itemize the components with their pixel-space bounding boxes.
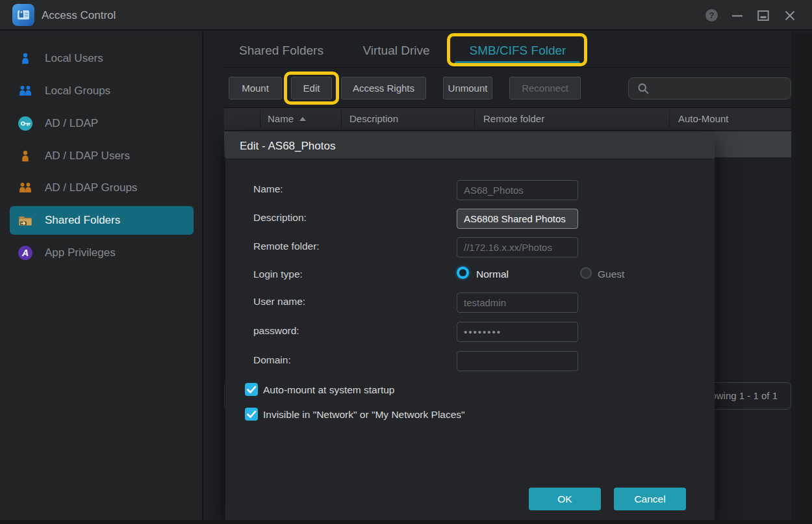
minimize-icon [731, 12, 743, 23]
password-field[interactable]: •••••••• [457, 322, 578, 342]
sidebar-item-app-privileges[interactable]: A App Privileges [10, 239, 194, 267]
column-header-name[interactable]: Name [268, 108, 306, 130]
login-type-label: Login type: [253, 269, 303, 280]
maximize-icon [757, 12, 769, 23]
ldap-user-icon [18, 149, 32, 163]
cancel-button[interactable]: Cancel [614, 488, 686, 510]
remote-folder-field[interactable]: //172.16.x.xx/Photos [457, 237, 578, 257]
access-control-app-icon [12, 4, 34, 26]
name-label: Name: [253, 183, 283, 195]
column-divider [341, 111, 342, 127]
login-type-guest-label: Guest [598, 269, 624, 280]
description-label: Description: [253, 212, 307, 224]
ldap-groups-icon [18, 181, 32, 195]
main-right-gutter [791, 32, 812, 524]
search-icon [637, 83, 650, 98]
checkmark-icon [245, 387, 258, 398]
sidebar-item-shared-folders[interactable]: Shared Folders [10, 206, 194, 235]
key-icon [18, 116, 32, 131]
maximize-button[interactable] [757, 10, 769, 21]
column-header-auto-mount[interactable]: Auto-Mount [678, 108, 729, 130]
close-button[interactable] [784, 10, 796, 21]
sidebar-item-label: Local Groups [45, 85, 110, 98]
auto-mount-checkbox-label: Auto-mount at system startup [263, 384, 394, 396]
help-button[interactable]: ? [705, 9, 718, 21]
name-field[interactable]: AS68_Photos [457, 180, 578, 200]
minimize-button[interactable] [731, 10, 743, 21]
sidebar: Local Users Local Groups AD / LDAP AD / … [0, 32, 203, 524]
reconnect-button: Reconnect [509, 77, 581, 99]
local-groups-icon [18, 84, 32, 98]
shared-folder-icon [18, 213, 32, 228]
sidebar-item-label: App Privileges [45, 246, 116, 259]
password-label: password: [253, 325, 299, 337]
sidebar-item-label: AD / LDAP [45, 117, 98, 130]
sidebar-item-local-users[interactable]: Local Users [10, 44, 194, 73]
unmount-button[interactable]: Unmount [443, 77, 492, 99]
sidebar-item-ad-ldap-users[interactable]: AD / LDAP Users [10, 142, 194, 170]
window-bottom-edge [0, 520, 812, 524]
invisible-network-checkbox[interactable] [245, 408, 258, 421]
column-header-description[interactable]: Description [349, 108, 398, 130]
column-divider [260, 111, 260, 127]
edit-dialog: Edit - AS68_Photos Name: AS68_Photos Des… [225, 133, 715, 524]
sidebar-item-label: AD / LDAP Groups [45, 181, 137, 194]
tab-virtual-drive[interactable]: Virtual Drive [351, 36, 442, 65]
sidebar-item-ad-ldap[interactable]: AD / LDAP [10, 109, 194, 138]
login-type-normal-label: Normal [476, 269, 509, 280]
close-icon [784, 12, 796, 23]
question-icon: ? [709, 10, 715, 20]
access-control-window: Access Control ? Local Users Local Group… [0, 0, 812, 524]
sort-ascending-icon [299, 117, 306, 121]
search-input[interactable] [628, 77, 791, 99]
mount-button[interactable]: Mount [229, 77, 282, 99]
domain-label: Domain: [253, 354, 291, 366]
ok-button[interactable]: OK [529, 488, 601, 510]
dialog-title: Edit - AS68_Photos [225, 133, 715, 159]
user-name-label: User name: [253, 296, 305, 308]
sidebar-item-label: Shared Folders [45, 214, 120, 227]
login-type-guest-radio[interactable] [580, 267, 592, 279]
remote-folder-label: Remote folder: [253, 241, 320, 252]
sidebar-item-label: AD / LDAP Users [45, 150, 130, 163]
window-title: Access Control [42, 0, 116, 31]
auto-mount-checkbox[interactable] [245, 383, 258, 396]
sidebar-item-ad-ldap-groups[interactable]: AD / LDAP Groups [10, 174, 194, 202]
edit-button[interactable]: Edit [291, 77, 332, 99]
app-privileges-icon: A [18, 246, 32, 260]
active-tab-underline [455, 61, 580, 65]
titlebar: Access Control ? [0, 0, 812, 31]
table-header: Name Description Remote folder Auto-Moun… [224, 107, 791, 131]
sidebar-item-label: Local Users [45, 52, 103, 65]
column-divider [474, 111, 475, 127]
domain-field[interactable] [457, 351, 578, 371]
sidebar-item-local-groups[interactable]: Local Groups [10, 77, 194, 105]
user-name-field[interactable]: testadmin [457, 293, 578, 313]
checkmark-icon [245, 412, 258, 423]
description-field[interactable]: AS6808 Shared Photos [457, 209, 578, 229]
column-divider [669, 111, 670, 127]
access-rights-button[interactable]: Access Rights [341, 77, 426, 99]
invisible-network-checkbox-label: Invisible in "Network" or "My Network Pl… [263, 409, 465, 421]
tab-shared-folders[interactable]: Shared Folders [224, 36, 338, 65]
login-type-normal-radio[interactable] [457, 267, 469, 279]
local-user-icon [18, 51, 32, 66]
tabs-divider [224, 67, 791, 68]
column-header-remote-folder[interactable]: Remote folder [483, 108, 544, 130]
